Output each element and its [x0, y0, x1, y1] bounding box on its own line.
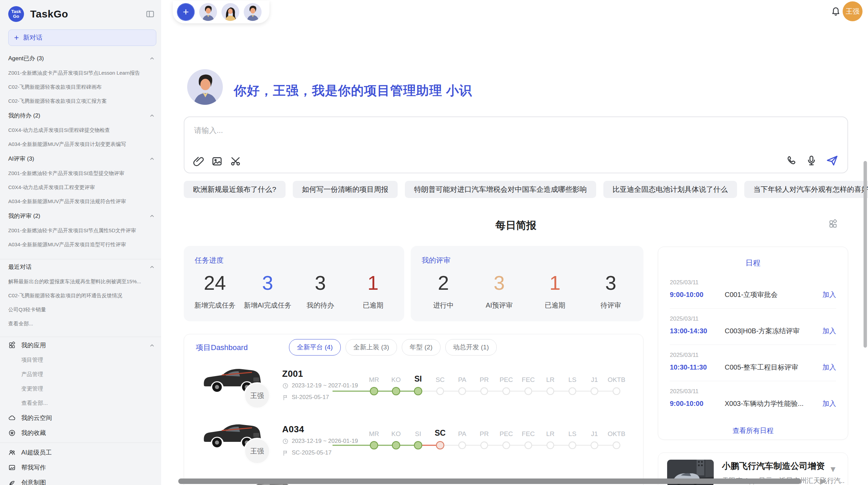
sidebar-task-item[interactable]: 公司Q3轻卡销量: [0, 302, 161, 316]
milestone-row: MRKOSISCPAPRPECFECLRLSJ1OKTB: [333, 371, 643, 412]
my-review-card: 我的评审 2 进行中 3 AI预评审 1 已逾期 3 待评审: [411, 246, 643, 321]
sidebar-task-item[interactable]: C0X4-动力总成开发项目工程变更评审: [0, 180, 161, 194]
sidebar-recent: 最近对话解释最新出台的欧盟报废车法规再生塑料比例被调至15%...C02-飞腾新…: [0, 259, 161, 331]
sidebar-item-ai-staff[interactable]: AI超级员工: [0, 445, 161, 460]
member-avatar[interactable]: [199, 3, 217, 21]
sidebar-section-header[interactable]: 我的评审 (2): [0, 208, 161, 223]
stat-value: 1: [347, 271, 399, 295]
sidebar-task-item[interactable]: Z001-全新燃油轻卡产品开发项目SI节点属性5D文件评审: [0, 223, 161, 237]
sidebar-app-item[interactable]: 查看全部...: [0, 396, 161, 410]
schedule-date: 2025/03/11: [670, 388, 836, 395]
schedule-item: 2025/03/11 13:00-14:30 C003|H0B-方案冻结评审 加…: [670, 309, 836, 345]
dashboard-filters: 全新平台 (4)全新上装 (3)年型 (2)动总开发 (1): [289, 339, 497, 356]
phone-call-icon[interactable]: [786, 155, 797, 166]
sidebar-item-favorites[interactable]: 我的收藏: [0, 425, 161, 440]
sidebar-item-label: 创意制图: [21, 478, 46, 485]
join-link[interactable]: 加入: [822, 290, 836, 299]
dashboard-filter-chip[interactable]: 年型 (2): [402, 339, 441, 356]
sidebar-task-item[interactable]: A034-全新新能源MUV产品开发项目法规符合性评审: [0, 194, 161, 208]
people-icon: [8, 449, 16, 456]
sidebar-task-item[interactable]: C0X4-动力总成开发项目SI里程碑提交物检查: [0, 123, 161, 137]
vertical-scrollbar[interactable]: [864, 161, 867, 348]
sidebar-task-item[interactable]: 查看全部...: [0, 316, 161, 331]
sidebar-section-label: 我的待办 (2): [8, 112, 40, 120]
chat-input[interactable]: [193, 125, 743, 153]
schedule-list: 2025/03/11 9:00-10:00 C001-立项审批会 加入 2025…: [670, 272, 836, 417]
member-pill: +: [173, 1, 269, 23]
sidebar-app-item[interactable]: 项目管理: [0, 353, 161, 367]
suggestion-chips: 欧洲新规最近颁布了什么?如何写一份清晰的项目周报特朗普可能对进口汽车增税会对中国…: [184, 181, 868, 198]
sidebar-task-item[interactable]: 解释最新出台的欧盟报废车法规再生塑料比例被调至15%...: [0, 274, 161, 288]
sidebar-task-item[interactable]: A034-全新新能源MUV产品开发项目造型可行性评审: [0, 237, 161, 251]
join-link[interactable]: 加入: [822, 363, 836, 372]
view-all-schedule-link[interactable]: 查看所有日程: [658, 426, 848, 435]
member-avatar[interactable]: [221, 3, 239, 21]
app-logo: Task Go: [8, 6, 24, 22]
user-avatar[interactable]: 王强: [843, 1, 863, 21]
sidebar-item-help-write[interactable]: 帮我写作: [0, 460, 161, 475]
add-member-button[interactable]: +: [177, 3, 195, 21]
stat-label: AI预评审: [471, 301, 527, 310]
dashboard-filter-chip[interactable]: 全新上装 (3): [346, 339, 397, 356]
member-avatar[interactable]: [244, 3, 262, 21]
project-dashboard-card: 项目Dashboard 全新平台 (4)全新上装 (3)年型 (2)动总开发 (…: [184, 334, 643, 485]
sidebar-task-item[interactable]: Z001-全新燃油皮卡产品开发项目SI节点Lesson Learn报告: [0, 66, 161, 80]
schedule-event-name: C003|H0B-方案冻结评审: [725, 326, 822, 336]
sidebar-section-header[interactable]: Agent已办 (3): [0, 51, 161, 66]
suggestion-chip[interactable]: 如何写一份清晰的项目周报: [293, 181, 398, 198]
project-code[interactable]: Z001: [282, 369, 303, 379]
scissors-icon[interactable]: [230, 156, 241, 167]
sidebar: Task Go TaskGo + 新对话 Agent已办 (3)Z001-全新燃…: [0, 0, 161, 485]
suggestion-chip[interactable]: 欧洲新规最近颁布了什么?: [184, 181, 286, 198]
clock-icon: [282, 383, 289, 389]
suggestion-chip[interactable]: 当下年轻人对汽车外观有怎样的喜好趋势: [744, 181, 868, 198]
scroll-down-arrow[interactable]: ▼: [829, 465, 837, 473]
sidebar-item-cloud-space[interactable]: 我的云空间: [0, 410, 161, 425]
chevron-up-icon: [149, 343, 155, 348]
sidebar-section-header[interactable]: 我的待办 (2): [0, 108, 161, 123]
daily-brief-title: 每日简报: [184, 219, 848, 233]
dashboard-filter-chip[interactable]: 动总开发 (1): [445, 339, 497, 356]
stat-item: 1 已逾期: [347, 271, 399, 310]
sidebar-item-my-apps[interactable]: 我的应用: [0, 338, 161, 353]
image-upload-icon[interactable]: [211, 156, 223, 167]
project-code[interactable]: A034: [282, 424, 304, 435]
sidebar-item-creative-draw[interactable]: 创意制图: [0, 475, 161, 485]
layout-grid-icon[interactable]: [828, 219, 838, 229]
schedule-title: 日程: [658, 258, 848, 268]
sidebar-task-item[interactable]: C02-飞腾新能源轻客改款项目的闭环通告反馈情况: [0, 288, 161, 302]
sidebar-collapse-icon[interactable]: [145, 9, 156, 20]
suggestion-chip[interactable]: 特朗普可能对进口汽车增税会对中国车企造成哪些影响: [405, 181, 596, 198]
logo-text: Task: [11, 9, 21, 14]
dashboard-filter-chip[interactable]: 全新平台 (4): [289, 339, 341, 356]
sidebar-section-header[interactable]: 最近对话: [0, 259, 161, 274]
join-link[interactable]: 加入: [822, 326, 836, 336]
join-link[interactable]: 加入: [822, 399, 836, 408]
milestone-labels: MRKOSISCPAPRPECFECLRLSJ1OKTB: [333, 425, 643, 438]
new-chat-button[interactable]: + 新对话: [8, 29, 156, 46]
sidebar-task-item[interactable]: C02-飞腾新能源轻客改款项目里程碑画布: [0, 80, 161, 94]
sidebar-section-label: 最近对话: [8, 263, 32, 271]
horizontal-scrollbar[interactable]: [178, 478, 801, 484]
schedule-time: 13:00-14:30: [670, 327, 725, 335]
chat-composer: [184, 116, 848, 173]
microphone-icon[interactable]: [806, 155, 817, 166]
assistant-avatar: [187, 69, 223, 105]
suggestion-chip[interactable]: 比亚迪全固态电池计划具体说了什么: [603, 181, 737, 198]
milestone-track: [333, 439, 643, 451]
sidebar-app-item[interactable]: 产品管理: [0, 367, 161, 382]
sidebar-task-item[interactable]: A034-全新新能源MUV产品开发项目计划变更表编写: [0, 137, 161, 151]
schedule-date: 2025/03/11: [670, 352, 836, 359]
stat-label: 我的待办: [294, 301, 347, 310]
image-icon: [8, 464, 16, 471]
notification-bell-icon[interactable]: [830, 6, 841, 17]
sidebar-section-header[interactable]: AI评审 (3): [0, 151, 161, 166]
chevron-up-icon: [149, 113, 155, 119]
attachment-icon[interactable]: [193, 156, 204, 167]
sidebar-task-item[interactable]: C02-飞腾新能源轻客改款项目立项汇报方案: [0, 94, 161, 108]
stat-label: 已逾期: [527, 301, 583, 310]
send-icon[interactable]: [825, 154, 839, 167]
scroll-right-arrow[interactable]: ▶: [820, 477, 826, 485]
sidebar-task-item[interactable]: Z001-全新燃油轻卡产品开发项目SI造型提交物评审: [0, 166, 161, 180]
sidebar-app-item[interactable]: 变更管理: [0, 382, 161, 396]
